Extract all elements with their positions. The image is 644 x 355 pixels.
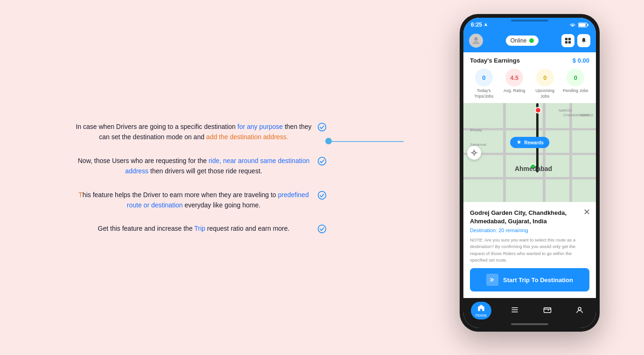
stat-label-upcoming: Upcoming Jobs [531,88,559,99]
rewards-button[interactable]: Rewards [510,137,549,148]
map-label-bhadaj: Bhadaj [470,128,482,132]
destination-popup: ✕ Godrej Garden City, Chandkheda, Ahmeda… [463,202,596,298]
online-toggle[interactable]: Online [506,36,539,46]
bell-icon-btn[interactable] [577,34,590,47]
phone-screen: 6:25 [463,18,596,328]
connector-dot [325,138,332,144]
location-arrow-icon [483,22,488,27]
stat-label-pending: Pending Jobs [563,88,588,94]
phone-device: 6:25 [460,14,600,332]
home-icon [477,304,485,312]
city-label: Ahmedabad [515,165,552,172]
trophy-icon [516,139,522,146]
home-indicator [463,321,596,328]
svg-point-13 [473,151,475,154]
popup-note: NOTE: Are you sure you want to select th… [470,237,589,263]
svg-point-8 [474,37,477,41]
svg-rect-18 [511,307,518,308]
stat-rating: 4.5 Avg. Rating [501,69,529,99]
stat-circle-trips: 0 [475,69,493,86]
svg-point-3 [318,225,326,233]
popup-remaining: Destination: 20 remaining [470,227,589,233]
map-road-v1 [503,103,506,201]
map-road-h2 [463,153,596,155]
earnings-amount: $ 0.00 [573,57,589,64]
wifi-icon [569,22,576,27]
earnings-section: Today's Earnings $ 0.00 0 Today'sTrips/J… [463,52,596,103]
bell-icon [581,37,587,44]
popup-address: Godrej Garden City, Chandkheda, Ahmedaba… [470,209,589,226]
annotation-item-1: In case when Drivers are going to a spec… [75,121,327,142]
nav-home-label: Home [476,313,487,318]
stat-label-trips: Today'sTrips/Jobs [474,88,493,99]
start-trip-button[interactable]: Start Trip To Destination [470,268,589,291]
nav-home[interactable]: Home [471,302,491,320]
connector-line [327,141,404,142]
check-icon-3 [317,191,327,200]
map-road-h3 [463,177,596,179]
annotation-area: In case when Drivers are going to a spec… [75,121,327,247]
svg-rect-10 [568,38,571,40]
svg-point-0 [318,123,326,131]
check-icon-1 [317,122,327,132]
check-icon-2 [317,156,327,166]
location-crosshair-icon [470,149,478,156]
nav-profile[interactable] [571,304,588,317]
svg-rect-20 [511,312,518,312]
header-right-icons [561,34,590,47]
annotation-item-2: Now, those Users who are requesting for … [75,156,327,177]
popup-close-button[interactable]: ✕ [583,207,590,217]
earnings-title: Today's Earnings [470,57,520,64]
stat-upcoming: 0 Upcoming Jobs [531,69,559,99]
svg-rect-9 [565,38,567,40]
annotation-item-4: Get this feature and increase the Trip r… [75,223,327,234]
bottom-nav: Home [463,298,596,321]
map-road-v2 [543,103,546,201]
my-location-button[interactable] [467,146,481,160]
svg-rect-21 [544,308,551,313]
annotation-item-3: This feature helps the Driver to earn mo… [75,190,327,211]
user-avatar-icon [471,36,481,46]
destination-pin [535,107,541,114]
svg-point-1 [318,157,326,165]
home-bar [511,323,548,325]
avatar[interactable] [469,34,483,48]
earnings-header: Today's Earnings $ 0.00 [470,57,589,64]
svg-rect-19 [511,310,518,311]
btn-arrow-icon [486,274,498,286]
map-label-narod2: NAROD [559,108,572,113]
nav-jobs[interactable] [506,304,524,317]
svg-rect-6 [588,24,588,26]
stat-circle-rating: 4.5 [505,69,523,86]
grid-icon [565,37,571,44]
double-arrow-icon [489,277,496,283]
stat-circle-pending: 0 [567,69,584,86]
check-icon-4 [317,224,327,234]
grid-icon-btn[interactable] [561,34,574,47]
svg-rect-12 [568,41,571,43]
status-icons [569,22,588,28]
list-icon [511,306,519,314]
svg-rect-11 [565,41,567,43]
stats-row: 0 Today'sTrips/Jobs 4.5 Avg. Rating 0 Up… [470,69,589,99]
status-time: 6:25 [471,21,488,28]
nav-wallet[interactable] [539,304,556,317]
stat-pending: 0 Pending Jobs [562,69,590,99]
online-indicator [529,38,534,43]
svg-point-22 [578,307,581,310]
svg-point-2 [318,191,326,199]
map-road-v3 [569,103,572,201]
stat-trips: 0 Today'sTrips/Jobs [470,69,498,99]
map-background: CHANDKHEDA NAROD Bhadaj Sabarmat NAROD A… [463,103,596,201]
wallet-icon [543,306,552,314]
map-label-narod: NAROD [580,113,593,117]
battery-icon [578,22,588,28]
notch-bar [511,20,548,21]
status-bar: 6:25 [463,18,596,31]
map-area[interactable]: CHANDKHEDA NAROD Bhadaj Sabarmat NAROD A… [463,103,596,201]
app-header: Online [463,31,596,52]
svg-rect-7 [579,23,586,27]
stat-label-rating: Avg. Rating [504,88,525,94]
profile-icon [575,306,584,314]
map-road-h1 [463,128,596,130]
